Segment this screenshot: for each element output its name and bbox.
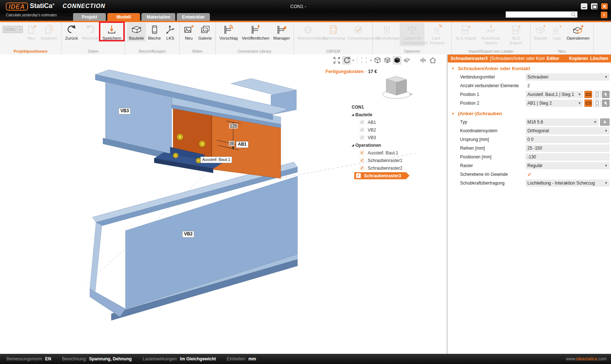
shaded-view-button[interactable]: [383, 56, 392, 65]
add-bolt-type-button[interactable]: +: [600, 118, 610, 126]
plate-side-toggle[interactable]: [593, 91, 601, 98]
calculator-icon: [327, 24, 339, 35]
info-button[interactable]: i: [601, 12, 607, 18]
tree-item-schraubenraster2[interactable]: ✓Schraubenraster2: [350, 164, 410, 172]
xls-export-button: XLS XLS Export: [504, 23, 528, 46]
ursprung-input[interactable]: [526, 136, 610, 143]
tree-group-bauteile[interactable]: ◢Bauteile: [350, 111, 410, 118]
copy-operation-button[interactable]: Kopieren: [569, 56, 588, 61]
new-operation-icon: [572, 24, 584, 35]
new-bauteil-button: Bauteil: [532, 23, 549, 41]
schubkraft-select[interactable]: Lochleibung - Interaktion Scherzug▼: [526, 179, 610, 187]
checkbox-checked-icon[interactable]: ✓: [360, 135, 364, 140]
positionen-input[interactable]: [526, 153, 610, 161]
raster-select[interactable]: Regulär▼: [526, 162, 610, 169]
transparent-view-button[interactable]: [403, 56, 411, 65]
svg-text:%: %: [439, 24, 442, 28]
bleche-button[interactable]: Bleche: [146, 23, 163, 41]
checkbox-checked-icon[interactable]: ✓: [526, 171, 532, 177]
tree-group-operationen[interactable]: ◢Operationen: [350, 141, 410, 149]
checkbox-checked-icon[interactable]: ✓: [360, 166, 364, 170]
stiffener-label[interactable]: Aussteif. Baut.1: [200, 157, 232, 163]
checkbox-checked-icon[interactable]: ✓: [360, 128, 364, 132]
lks-button[interactable]: LKS: [163, 23, 177, 41]
maximize-button[interactable]: [591, 3, 598, 9]
workplane-button[interactable]: [419, 56, 427, 65]
tab-materialien[interactable]: Materialien: [141, 13, 175, 21]
tree-item-ab1[interactable]: ✓AB1: [350, 118, 410, 126]
tree-item-vb3[interactable]: ✓VB3: [350, 134, 410, 141]
pick-in-scene-button[interactable]: [602, 91, 610, 98]
tree-item-aussteif[interactable]: ✓Aussteif. Baut.1: [350, 149, 410, 157]
tab-entwickler[interactable]: Entwickler: [177, 13, 210, 21]
verbindungsmittel-select[interactable]: Schrauben▼: [526, 73, 610, 81]
editor-button[interactable]: Editor: [547, 56, 559, 61]
beam-label-vb2[interactable]: VB2: [182, 231, 194, 238]
manufacturing-cost: Fertigungskosten-17 €: [326, 69, 377, 74]
ribbon-group-label: Connection Library: [217, 49, 292, 54]
reihen-input[interactable]: [526, 145, 610, 152]
rotate-view-button[interactable]: [342, 56, 351, 65]
ribbon: CON1 ▾ Neu Kopieren Projektpositionen Zu…: [0, 21, 611, 54]
property-label: Position 2: [460, 101, 526, 106]
zoom-fit-button[interactable]: [332, 56, 341, 65]
property-row-koordinatensystem: Koordinatensystem Orthogonal▼: [448, 126, 611, 135]
property-row-verbindungsmittel: Verbindungsmittel Schrauben▼: [448, 73, 611, 81]
model-viewport[interactable]: ▾ ▾ Fertigungskosten-17 € VB3 AB1 Ausste: [0, 54, 447, 354]
plate-side-toggle[interactable]: [593, 100, 601, 107]
save-button[interactable]: Speichern: [101, 23, 123, 41]
vorschlag-button[interactable]: Vorschlag: [217, 23, 240, 41]
bolt-type-select[interactable]: M16 5.6▼: [526, 118, 599, 126]
position2-select[interactable]: AB1 | Steg 2▼: [526, 100, 583, 107]
collapse-icon[interactable]: ◢: [350, 143, 355, 147]
plate-front-toggle[interactable]: [584, 100, 592, 107]
ribbon-group-neu: Bauteil Last Operationen Neu: [531, 22, 594, 54]
section-schrauben-anker[interactable]: ▼ Schrauben/Anker oder Kontakt: [451, 66, 611, 71]
solid-view-button[interactable]: [393, 56, 402, 65]
statica-logo: StatiCa®: [30, 2, 55, 10]
pick-in-scene-button[interactable]: [602, 100, 610, 107]
checkbox-checked-icon[interactable]: ✓: [356, 173, 361, 178]
plate-front-toggle[interactable]: [584, 91, 592, 98]
minimize-button[interactable]: [581, 3, 587, 9]
website-link[interactable]: www.ideastatica.com: [566, 356, 607, 361]
code-gear-icon: [302, 24, 314, 35]
manager-button[interactable]: Manager: [272, 23, 292, 41]
tab-projekt[interactable]: Projekt: [73, 13, 106, 21]
new-member-icon: [535, 24, 546, 35]
undo-button[interactable]: Zurück: [63, 23, 80, 41]
navigation-cube[interactable]: [378, 72, 415, 100]
project-item-combo[interactable]: CON1 ▾: [3, 26, 23, 33]
tree-root[interactable]: CON1: [350, 103, 410, 111]
collapse-icon[interactable]: ◢: [350, 113, 355, 116]
gallery-button[interactable]: Galerie: [196, 23, 213, 41]
new-operation-button[interactable]: Operationen: [565, 23, 591, 41]
beam-label-vb3[interactable]: VB3: [119, 108, 131, 114]
close-button[interactable]: [601, 3, 608, 9]
veroeffentlichen-button[interactable]: Veröffentlichen: [240, 23, 271, 41]
delete-operation-button[interactable]: Löschen: [590, 56, 608, 61]
tree-item-vb2[interactable]: ✓VB2: [350, 126, 410, 134]
bauteile-toggle-button[interactable]: Bauteile: [127, 23, 146, 41]
new-image-button[interactable]: Neu: [181, 23, 196, 41]
section-anker-schrauben[interactable]: ▼ (Anker-)Schrauben: [451, 111, 611, 116]
tab-modell[interactable]: Modell: [107, 13, 140, 21]
chevron-down-icon[interactable]: ▾: [370, 58, 372, 62]
selected-banner[interactable]: ✓ Schraubenraster3: [354, 172, 410, 179]
cube-solid-icon: [394, 57, 401, 64]
tree-item-schraubenraster1[interactable]: ✓Schraubenraster1: [350, 157, 410, 164]
koordinatensystem-select[interactable]: Orthogonal▼: [526, 127, 610, 134]
tree-item-schraubenraster3-selected[interactable]: ✓ Schraubenraster3: [350, 172, 410, 179]
plate-front-icon: [586, 101, 591, 106]
chevron-down-icon[interactable]: ▾: [352, 58, 354, 62]
checkbox-checked-icon[interactable]: ✓: [360, 158, 364, 163]
position1-select[interactable]: Aussteif. Baut.1 | Steg 1▼: [526, 91, 583, 98]
axes-icon: [165, 24, 176, 35]
wireframe-view-button[interactable]: [373, 56, 382, 65]
checkbox-checked-icon[interactable]: ✓: [360, 150, 364, 155]
plate-label-ab1[interactable]: AB1: [236, 141, 248, 148]
search-input[interactable]: [506, 12, 571, 17]
checkbox-checked-icon[interactable]: ✓: [360, 120, 364, 125]
status-lasteinwirkungen: Lasteinwirkungen:Im Gleichgewicht: [143, 356, 216, 361]
home-view-button[interactable]: [428, 56, 437, 65]
